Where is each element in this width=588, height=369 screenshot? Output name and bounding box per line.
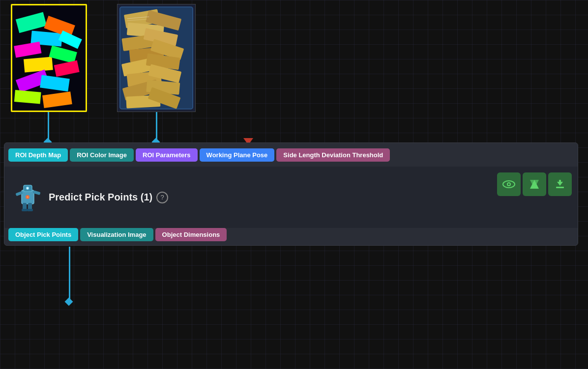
svg-point-43 (27, 197, 28, 198)
tab-roi-parameters[interactable]: ROI Parameters (136, 148, 198, 162)
collapse-button[interactable] (523, 172, 546, 196)
node-body: Predict Pick Points (1) ? (4, 167, 578, 228)
svg-rect-10 (14, 90, 41, 104)
action-buttons (497, 172, 572, 196)
svg-rect-39 (28, 203, 32, 210)
node-icon-robot (10, 180, 45, 215)
tabs-bottom-row: Object Pick Points Visualization Image O… (4, 228, 578, 245)
download-button[interactable] (548, 172, 572, 196)
tab-object-pick-points[interactable]: Object Pick Points (8, 228, 78, 241)
node-title-area: Predict Pick Points (1) ? (45, 192, 497, 203)
depth-map-preview (11, 4, 87, 112)
svg-rect-49 (556, 187, 564, 188)
tab-working-plane-pose[interactable]: Working Plane Pose (200, 148, 275, 162)
view-button[interactable] (497, 172, 521, 196)
connector-output (69, 247, 70, 301)
svg-rect-40 (22, 209, 28, 211)
tab-visualization-image[interactable]: Visualization Image (80, 228, 153, 241)
svg-rect-5 (24, 57, 53, 73)
tab-side-length-deviation[interactable]: Side Length Deviation Threshold (276, 148, 390, 162)
tab-roi-color-image[interactable]: ROI Color Image (70, 148, 134, 162)
tab-object-dimensions[interactable]: Object Dimensions (155, 228, 227, 241)
svg-rect-51 (559, 180, 561, 184)
tab-roi-depth-map[interactable]: ROI Depth Map (8, 148, 68, 162)
svg-rect-38 (23, 203, 27, 210)
node-title: Predict Pick Points (1) (49, 192, 152, 203)
tabs-top-row: ROI Depth Map ROI Color Image ROI Parame… (4, 143, 578, 167)
help-icon[interactable]: ? (156, 192, 168, 203)
svg-point-46 (508, 183, 510, 185)
color-image-preview (117, 4, 196, 112)
svg-rect-41 (27, 209, 33, 211)
node-card-predict-pick-points: ROI Depth Map ROI Color Image ROI Parame… (4, 142, 578, 246)
svg-point-35 (27, 188, 28, 189)
